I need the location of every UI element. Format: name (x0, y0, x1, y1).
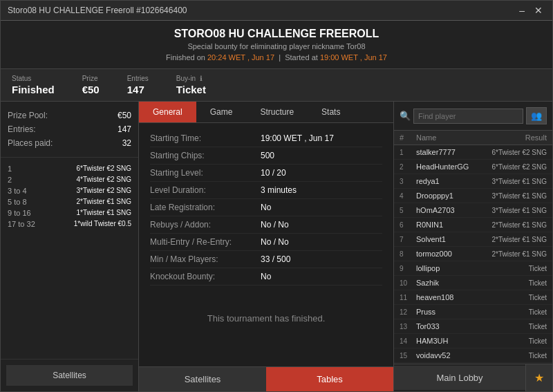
player-row[interactable]: 10SazhikTicket (394, 276, 552, 290)
player-row[interactable]: 1stalker77776*Twister €2 SNG (394, 145, 552, 160)
player-result: Ticket (529, 279, 547, 287)
player-row[interactable]: 11heaven108Ticket (394, 290, 552, 305)
player-row[interactable]: 7Solvent12*Twister €1 SNG (394, 232, 552, 247)
player-result: 2*Twister €1 SNG (492, 221, 547, 229)
player-name: redya1 (416, 177, 492, 185)
info-row: Starting Time:19:00 WET , Jun 17 (150, 130, 382, 147)
close-button[interactable]: ✕ (532, 5, 545, 16)
info-key: Starting Level: (150, 168, 261, 178)
info-key: Min / Max Players: (150, 254, 261, 264)
player-name: Pruss (416, 308, 529, 316)
tab-stats[interactable]: Stats (308, 102, 354, 122)
info-val: No (261, 203, 271, 212)
general-info-table: Starting Time:19:00 WET , Jun 17Starting… (150, 130, 382, 286)
prize-stat: Prize €50 (82, 75, 100, 95)
place-prize: 6*Twister €2 SNG (77, 165, 131, 173)
finished-time: 20:24 WET , Jun 17 (207, 53, 274, 62)
player-name: hOmA2703 (416, 206, 492, 214)
player-num: 8 (400, 250, 416, 258)
places-paid-label: Places paid: (8, 138, 53, 148)
player-result: Ticket (529, 352, 547, 360)
buyin-info-icon[interactable]: ℹ (200, 75, 203, 82)
player-row[interactable]: 9lollipopTicket (394, 261, 552, 276)
buyin-label: Buy-in ℹ (176, 75, 206, 82)
favorite-button[interactable]: ★ (525, 364, 552, 391)
player-row[interactable]: 14HAM3UHTicket (394, 334, 552, 348)
info-key: Starting Time: (150, 133, 261, 143)
places-list: 16*Twister €2 SNG24*Twister €2 SNG3 to 4… (1, 158, 138, 359)
tournament-subtitle: Special bounty for eliminating player ni… (8, 42, 545, 50)
bottom-tab-satellites[interactable]: Satellites (139, 367, 266, 391)
entries-info-label: Entries: (8, 124, 36, 134)
player-row[interactable]: 15voidavv52Ticket (394, 348, 552, 363)
player-result: Ticket (529, 337, 547, 345)
player-row[interactable]: 6R0NIN12*Twister €1 SNG (394, 218, 552, 232)
tab-content-general: Starting Time:19:00 WET , Jun 17Starting… (139, 123, 393, 366)
place-pos: 2 (8, 176, 42, 184)
stats-bar: Status Finished Prize €50 Entries 147 Bu… (1, 69, 552, 102)
player-result: 3*Twister €1 SNG (492, 178, 547, 185)
status-value: Finished (12, 84, 55, 95)
info-val: 500 (261, 151, 274, 160)
player-num: 7 (400, 236, 416, 243)
player-row[interactable]: 3redya13*Twister €1 SNG (394, 174, 552, 189)
info-key: Knockout Bounty: (150, 272, 261, 281)
player-name: HAM3UH (416, 337, 529, 345)
info-row: Late Registration:No (150, 199, 382, 216)
add-player-button[interactable]: 👥 (526, 107, 547, 124)
prize-info: Prize Pool: €50 Entries: 147 Places paid… (1, 102, 138, 158)
minimize-button[interactable]: – (516, 5, 527, 16)
tab-game[interactable]: Game (196, 102, 247, 122)
player-result: 3*Twister €1 SNG (492, 192, 547, 200)
tournament-header: STORO08 HU CHALLENGE FREEROLL Special bo… (1, 21, 552, 69)
satellites-button[interactable]: Satellites (6, 365, 133, 386)
player-num: 12 (400, 308, 416, 316)
player-num: 1 (400, 149, 416, 156)
entries-label: Entries (127, 75, 149, 82)
entries-row: Entries: 147 (8, 122, 131, 136)
player-row[interactable]: 13Tor033Ticket (394, 319, 552, 334)
tournament-title: STORO08 HU CHALLENGE FREEROLL (8, 28, 545, 40)
main-lobby-button[interactable]: Main Lobby (394, 366, 525, 390)
player-row[interactable]: 4Droopppy13*Twister €1 SNG (394, 189, 552, 203)
tab-structure[interactable]: Structure (246, 102, 308, 122)
player-list: 1stalker77776*Twister €2 SNG2HeadHunterG… (394, 145, 552, 364)
info-key: Multi-Entry / Re-Entry: (150, 237, 261, 247)
tab-general[interactable]: General (139, 102, 196, 122)
title-bar: Storo08 HU CHALLENGE Freeroll #102664640… (1, 1, 552, 21)
place-pos: 3 to 4 (8, 187, 42, 195)
right-footer: Main Lobby ★ (394, 364, 552, 391)
search-input[interactable] (413, 109, 523, 124)
player-name: Tor033 (416, 322, 529, 330)
place-pos: 9 to 16 (8, 209, 42, 217)
info-key: Level Duration: (150, 185, 261, 195)
player-row[interactable]: 8tormoz0002*Twister €1 SNG (394, 247, 552, 261)
player-num: 2 (400, 163, 416, 171)
player-result: Ticket (529, 294, 547, 301)
col-name-header: Name (416, 133, 525, 142)
player-name: Droopppy1 (416, 192, 492, 200)
started-time: 19:00 WET , Jun 17 (320, 53, 387, 62)
bottom-tab-tables[interactable]: Tables (266, 367, 393, 391)
info-val: 19:00 WET , Jun 17 (261, 133, 334, 143)
info-key: Rebuys / Addon: (150, 220, 261, 230)
player-row[interactable]: 5hOmA27033*Twister €1 SNG (394, 203, 552, 218)
place-row: 3 to 43*Twister €2 SNG (8, 185, 131, 196)
player-num: 6 (400, 221, 416, 229)
tournament-times: Finished on 20:24 WET , Jun 17 | Started… (8, 53, 545, 62)
place-prize: 2*Twister €1 SNG (77, 198, 131, 206)
info-val: No (261, 272, 271, 281)
player-row[interactable]: 12PrussTicket (394, 305, 552, 319)
player-result: Ticket (529, 308, 547, 316)
info-row: Starting Level:10 / 20 (150, 165, 382, 182)
info-row: Knockout Bounty:No (150, 268, 382, 286)
finished-label: Finished on (166, 53, 205, 62)
places-paid-row: Places paid: 32 (8, 136, 131, 150)
place-row: 5 to 82*Twister €1 SNG (8, 196, 131, 207)
col-result-header: Result (525, 133, 547, 142)
player-result: Ticket (529, 323, 547, 330)
started-label: Started at (285, 53, 318, 62)
player-row[interactable]: 2HeadHunterGG6*Twister €2 SNG (394, 160, 552, 174)
window-title: Storo08 HU CHALLENGE Freeroll #102664640… (8, 6, 187, 15)
prize-label: Prize (82, 75, 100, 82)
